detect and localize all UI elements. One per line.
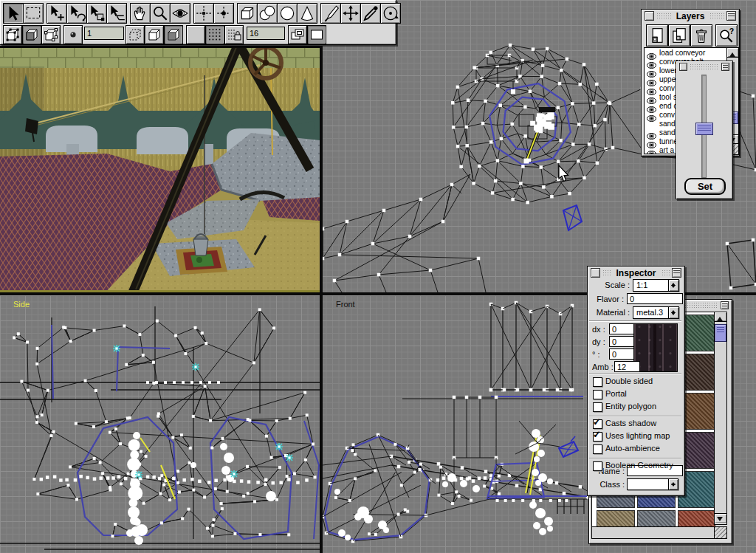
layers-title: Layers [673, 11, 708, 21]
layer-visible-eye-icon[interactable] [647, 111, 656, 118]
inspector-titlebar[interactable]: Inspector [589, 268, 683, 278]
material-popup[interactable]: metal.3 [633, 306, 679, 319]
textured-display-button-icon[interactable] [164, 25, 183, 44]
layer-visible-eye-icon[interactable] [647, 147, 656, 154]
grid-size-field[interactable]: 16 [247, 27, 285, 40]
layer-visible-eye-icon[interactable] [647, 85, 656, 92]
checkbox-label: Portal [605, 389, 627, 398]
move-selection-tool-icon[interactable] [47, 3, 67, 24]
face-mode-button-icon[interactable] [22, 25, 41, 44]
show-current-layer-button-icon[interactable] [307, 25, 326, 44]
windowshade-box-icon[interactable] [672, 268, 681, 278]
show-all-layers-button-icon[interactable] [288, 25, 307, 44]
zoom-tool-icon[interactable] [150, 3, 171, 24]
new-layer-button[interactable] [646, 24, 668, 47]
texture-swatch[interactable] [637, 510, 676, 528]
windowshade-box-icon[interactable] [721, 301, 729, 309]
duplicate-layer-button[interactable] [668, 24, 690, 47]
rotation-degrees-field[interactable]: 0 [609, 348, 635, 360]
flavor-field[interactable]: 0 [627, 293, 683, 304]
rotate-selection-tool-icon[interactable] [66, 3, 87, 24]
layer-visible-eye-icon[interactable] [647, 76, 656, 83]
find-layer-button[interactable]: ? [715, 24, 738, 47]
delete-layer-button[interactable] [690, 24, 712, 47]
checkbox-entity-polygon[interactable] [593, 402, 602, 412]
layer-visible-eye-icon[interactable] [647, 49, 656, 56]
slider-thumb[interactable] [695, 123, 713, 135]
camera-eye-tool-icon[interactable] [170, 3, 190, 24]
texture-scrollbar-horizontal[interactable] [591, 526, 715, 539]
checkbox-casts-shadow[interactable]: ✓ [593, 419, 602, 429]
windowshade-box-icon[interactable] [726, 11, 736, 21]
scale-popup[interactable]: 1:1 [633, 279, 679, 292]
layer-visible-eye-icon[interactable] [647, 58, 656, 65]
texture-swatch[interactable] [678, 510, 715, 528]
checkbox-auto-ambience[interactable] [593, 444, 602, 454]
snap-off-button-icon[interactable] [186, 25, 205, 44]
layer-visible-eye-icon[interactable] [647, 103, 656, 109]
layer-row[interactable]: load conveyor [645, 48, 727, 57]
layer-hidden-slot[interactable] [647, 120, 656, 127]
checkbox-boolean-geometry[interactable] [593, 461, 602, 471]
point-size-button-icon[interactable] [63, 25, 83, 44]
scroll-down-icon[interactable] [715, 513, 726, 523]
layer-name: sand [659, 128, 676, 137]
stepper-arrows-icon[interactable] [668, 307, 678, 318]
scroll-up-icon[interactable] [715, 312, 726, 322]
layer-visible-eye-icon[interactable] [647, 129, 656, 136]
texture-scrollbar-vertical[interactable] [714, 312, 727, 525]
class-value [628, 479, 668, 490]
checkbox-portal[interactable] [593, 390, 602, 399]
vertex-mode-button-icon[interactable] [3, 25, 22, 44]
ambience-field[interactable]: 12 [614, 361, 640, 372]
set-button[interactable]: Set [684, 178, 726, 195]
wireframe-display-button-icon[interactable] [126, 25, 145, 44]
eyedropper-tool-icon[interactable] [360, 3, 381, 24]
origin-point-tool-icon[interactable] [213, 3, 234, 24]
translate-view-tool-icon[interactable] [340, 3, 361, 24]
select-arrow-tool-icon[interactable] [3, 3, 24, 24]
scale-selection-tool-icon[interactable] [86, 3, 107, 24]
layer-name: conv [659, 84, 675, 92]
sphere-primitive-tool-icon[interactable] [257, 3, 278, 24]
dy-field[interactable]: 0 [609, 336, 635, 347]
grid-snap-button-icon[interactable] [205, 25, 224, 44]
close-box-icon[interactable] [645, 11, 654, 21]
layers-titlebar[interactable]: Layers [643, 11, 738, 21]
cube-primitive-tool-icon[interactable] [237, 3, 258, 24]
viewport-camera-view[interactable] [0, 46, 320, 292]
crosshair-tool-icon[interactable] [193, 3, 214, 24]
class-dropdown[interactable] [627, 478, 678, 490]
texture-grow-box[interactable] [714, 526, 727, 539]
hand-pan-tool-icon[interactable] [130, 3, 151, 24]
object-mode-button-icon[interactable] [41, 25, 61, 44]
checkbox-double-sided[interactable] [593, 377, 602, 387]
cone-primitive-tool-icon[interactable] [297, 3, 317, 24]
windowshade-box-icon[interactable] [721, 63, 729, 71]
layer-visible-eye-icon[interactable] [647, 94, 656, 100]
texture-swatch[interactable] [597, 510, 635, 528]
close-box-icon[interactable] [679, 63, 687, 71]
orbit-rotate-tool-icon[interactable] [380, 3, 401, 24]
circle-primitive-tool-icon[interactable] [277, 3, 298, 24]
viewport-divider-vertical[interactable] [320, 46, 323, 553]
grid-lock-button-icon[interactable] [224, 25, 244, 44]
grid-step-field[interactable]: 1 [84, 27, 124, 40]
stepper-arrows-icon[interactable] [668, 280, 678, 291]
dropdown-arrow-icon[interactable] [668, 479, 678, 490]
solid-display-button-icon[interactable] [145, 25, 164, 44]
checkbox-uses-lighting-map[interactable]: ✓ [593, 432, 602, 442]
texture-scroll-thumb[interactable] [715, 324, 726, 342]
skew-selection-tool-icon[interactable] [106, 3, 127, 24]
scroll-up-icon[interactable] [727, 48, 738, 58]
slider-titlebar[interactable] [678, 63, 731, 71]
dx-field[interactable]: 0 [609, 323, 635, 334]
marquee-select-tool-icon[interactable] [23, 3, 44, 24]
close-box-icon[interactable] [591, 268, 600, 278]
layer-visible-eye-icon[interactable] [647, 67, 656, 74]
viewport-side-view[interactable] [0, 295, 320, 553]
layer-visible-eye-icon[interactable] [647, 138, 656, 145]
scale-value: 1:1 [633, 280, 668, 291]
paint-brush-tool-icon[interactable] [320, 3, 341, 24]
material-value: metal.3 [633, 307, 668, 318]
